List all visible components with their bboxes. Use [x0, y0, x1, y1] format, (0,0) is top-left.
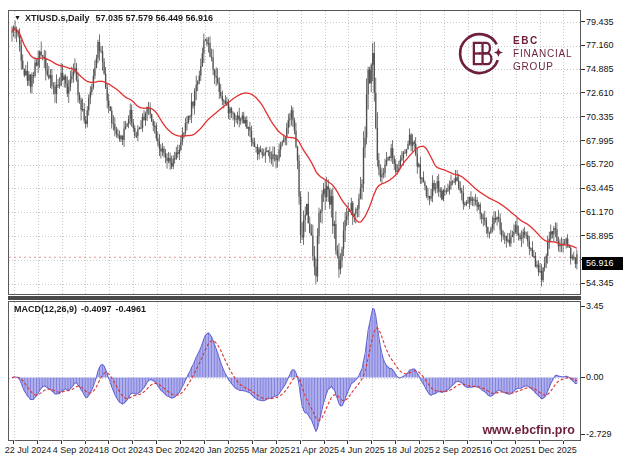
date-axis-tick: [61, 441, 62, 444]
broker-logo: EBC FINANCIAL GROUP: [457, 30, 572, 77]
date-axis-tick: [156, 441, 157, 444]
date-axis-tick: [276, 441, 277, 444]
date-axis-tick: [515, 441, 516, 444]
current-price-tag: 56.916: [582, 257, 623, 270]
macd-axis-tick: [581, 434, 585, 435]
macd-label: MACD(12,26,9): [14, 304, 77, 314]
price-axis-tick: [581, 45, 585, 46]
price-axis-tick: [581, 211, 585, 212]
price-axis-label: 58.895: [586, 231, 614, 241]
date-axis-label: 5 Mar 2025: [244, 445, 290, 455]
date-axis-tick: [324, 441, 325, 444]
date-axis-tick: [180, 441, 181, 444]
date-axis-tick: [37, 441, 38, 444]
chevron-down-icon[interactable]: ▼: [14, 14, 21, 21]
price-axis-tick: [581, 164, 585, 165]
date-axis-tick: [419, 441, 420, 444]
price-axis-tick: [581, 140, 585, 141]
ebc-logo-icon: [457, 30, 504, 77]
watermark-url: www.ebcfin.pro: [482, 423, 575, 437]
date-axis-tick: [395, 441, 396, 444]
macd-axis-tick: [581, 306, 585, 307]
date-axis-tick: [85, 441, 86, 444]
macd-main-value: -0.4097: [81, 304, 112, 314]
date-axis-label: 1 Dec 2025: [531, 445, 577, 455]
date-axis-tick: [443, 441, 444, 444]
date-axis-tick: [252, 441, 253, 444]
date-axis-tick: [347, 441, 348, 444]
price-axis-label: 65.720: [586, 159, 614, 169]
price-axis-label: 77.160: [586, 40, 614, 50]
price-axis-label: 72.610: [586, 88, 614, 98]
date-axis-tick: [228, 441, 229, 444]
symbol-timeframe-label: XTIUSD.s,Daily: [25, 13, 90, 23]
date-axis-tick: [300, 441, 301, 444]
logo-line3: GROUP: [513, 61, 572, 72]
date-axis-label: 20 Jan 2025: [194, 445, 244, 455]
price-axis-tick: [581, 283, 585, 284]
price-axis-label: 54.345: [586, 278, 614, 288]
logo-line2: FINANCIAL: [513, 48, 572, 59]
date-axis-label: 18 Jul 2025: [387, 445, 434, 455]
date-axis-label: 4 Sep 2024: [53, 445, 99, 455]
price-axis-label: 67.995: [586, 136, 614, 146]
price-axis-tick: [581, 21, 585, 22]
trading-terminal-chart: ▼XTIUSD.s,Daily57.035 57.579 56.449 56.9…: [0, 0, 625, 465]
ohlc-quotes-label: 57.035 57.579 56.449 56.916: [95, 13, 213, 23]
date-axis-tick: [563, 441, 564, 444]
date-axis-tick: [371, 441, 372, 444]
price-axis-label: 74.885: [586, 64, 614, 74]
macd-signal-value: -0.4961: [116, 304, 147, 314]
price-axis-tick: [581, 116, 585, 117]
price-axis-label: 79.435: [586, 17, 614, 27]
price-axis-label: 70.335: [586, 112, 614, 122]
macd-axis-tick: [581, 377, 585, 378]
macd-canvas[interactable]: [9, 302, 580, 441]
panel-resize-divider[interactable]: [8, 296, 581, 300]
date-axis-label: 2 Sep 2025: [435, 445, 481, 455]
date-axis-tick: [204, 441, 205, 444]
date-axis-tick: [467, 441, 468, 444]
logo-abbr: EBC: [513, 35, 572, 46]
date-axis-label: 18 Oct 2024: [99, 445, 148, 455]
date-axis-label: 16 Oct 2025: [481, 445, 530, 455]
date-axis-label: 3 Dec 2024: [148, 445, 194, 455]
macd-axis-label: 0.00: [586, 372, 604, 382]
price-axis-tick: [581, 235, 585, 236]
date-axis-label: 21 Apr 2025: [291, 445, 340, 455]
price-axis-tick: [581, 188, 585, 189]
date-axis-tick: [132, 441, 133, 444]
macd-axis-label: -2.729: [586, 429, 612, 439]
chart-title: ▼XTIUSD.s,Daily57.035 57.579 56.449 56.9…: [14, 13, 213, 23]
date-axis-tick: [13, 441, 14, 444]
date-axis-tick: [539, 441, 540, 444]
date-axis-label: 22 Jul 2024: [5, 445, 52, 455]
price-axis-label: 61.170: [586, 207, 614, 217]
price-axis-tick: [581, 92, 585, 93]
date-axis-label: 4 Jun 2025: [340, 445, 385, 455]
macd-title: MACD(12,26,9)-0.4097-0.4961: [14, 304, 150, 314]
macd-axis-label: 3.45: [586, 301, 604, 311]
price-axis-label: 63.445: [586, 183, 614, 193]
date-axis-tick: [108, 441, 109, 444]
date-axis-tick: [491, 441, 492, 444]
price-axis-tick: [581, 69, 585, 70]
